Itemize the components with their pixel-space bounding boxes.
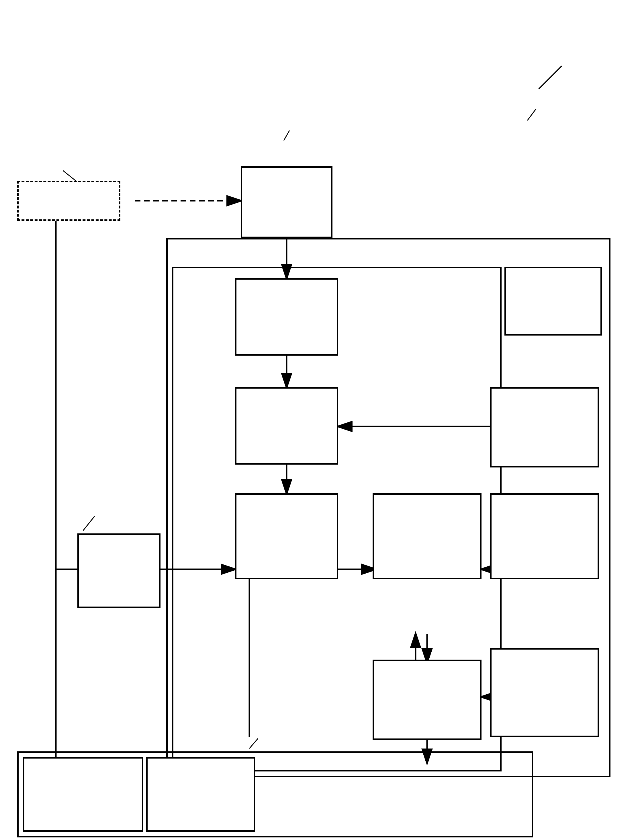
storage-unit-box (504, 267, 602, 335)
gesture-rec-data-box (490, 493, 599, 579)
svg-line-0 (539, 66, 562, 89)
device-control-box (373, 660, 482, 740)
svg-line-21 (527, 109, 536, 120)
camera-box (77, 534, 160, 608)
svg-line-23 (83, 516, 94, 531)
svg-line-4 (63, 171, 77, 182)
sensor-info-box (235, 278, 338, 356)
gesture-subject-box (17, 181, 120, 221)
control-target-box (23, 757, 143, 832)
sensor-box (241, 166, 333, 238)
control-signal-box (490, 648, 599, 737)
gesture-recognition-box (373, 493, 482, 579)
sensor-det-ref-box (490, 387, 599, 468)
camera-video-box (235, 493, 338, 579)
sensor-sensing-box (235, 387, 338, 465)
operation-control-box (146, 757, 255, 832)
svg-line-22 (284, 130, 290, 141)
